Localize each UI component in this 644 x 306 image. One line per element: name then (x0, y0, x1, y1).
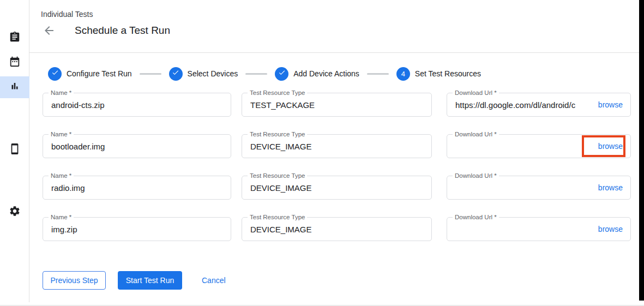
step-label: Set Test Resources (415, 69, 481, 78)
smartphone-icon (9, 143, 21, 157)
right-edge-bar (639, 0, 644, 301)
download-url-field[interactable]: Download Url * browse (447, 217, 631, 241)
field-value: DEVICE_IMAGE (250, 183, 312, 193)
name-field[interactable]: Name * img.zip (43, 217, 231, 241)
gear-icon (9, 205, 21, 219)
name-field[interactable]: Name * android-cts.zip (43, 93, 231, 117)
check-icon (278, 69, 286, 79)
resource-row: Name * android-cts.zip Test Resource Typ… (43, 93, 631, 117)
breadcrumb: Individual Tests (41, 10, 93, 19)
cancel-button[interactable]: Cancel (202, 276, 226, 285)
step-configure-test-run[interactable]: Configure Test Run (48, 67, 132, 81)
field-value: DEVICE_IMAGE (250, 225, 312, 234)
sidebar (0, 0, 29, 302)
browse-link[interactable]: browse (598, 142, 623, 151)
start-test-run-button[interactable]: Start Test Run (118, 271, 182, 290)
field-value: img.zip (51, 225, 77, 234)
field-value: radio.img (51, 183, 85, 193)
page-title: Schedule a Test Run (75, 25, 170, 37)
step-completed-circle (275, 67, 288, 81)
stepper: Configure Test Run Select Devices Add De… (48, 67, 481, 81)
back-button[interactable] (43, 24, 57, 38)
bar-chart-icon (9, 80, 21, 94)
download-url-field[interactable]: Download Url * browse (447, 134, 631, 158)
app-window: Individual Tests Schedule a Test Run Con… (0, 0, 644, 306)
field-label: Download Url * (453, 131, 499, 137)
name-field[interactable]: Name * bootloader.img (43, 134, 231, 158)
field-label: Test Resource Type (248, 214, 307, 220)
header-divider (29, 52, 639, 53)
download-url-field[interactable]: Download Url * https://dl.google.com/dl/… (447, 93, 631, 117)
resource-row: Name * img.zip Test Resource Type DEVICE… (43, 217, 631, 241)
check-icon (172, 69, 179, 79)
browse-link[interactable]: browse (598, 183, 623, 192)
field-value: bootloader.img (51, 142, 105, 151)
sidebar-item-settings[interactable] (0, 201, 29, 223)
browse-link[interactable]: browse (598, 225, 623, 233)
resource-type-field[interactable]: Test Resource Type DEVICE_IMAGE (242, 217, 432, 241)
resource-type-field[interactable]: Test Resource Type DEVICE_IMAGE (242, 176, 432, 200)
check-icon (51, 69, 59, 79)
main-content: Individual Tests Schedule a Test Run Con… (29, 0, 644, 306)
resource-type-field[interactable]: Test Resource Type TEST_PACKAGE (242, 93, 432, 117)
resource-row: Name * bootloader.img Test Resource Type… (43, 134, 631, 158)
step-label: Select Devices (188, 69, 238, 78)
previous-step-button[interactable]: Previous Step (43, 271, 106, 290)
resource-type-field[interactable]: Test Resource Type DEVICE_IMAGE (242, 134, 432, 158)
step-label: Add Device Actions (293, 69, 359, 78)
step-select-devices[interactable]: Select Devices (169, 67, 238, 81)
resource-row: Name * radio.img Test Resource Type DEVI… (43, 176, 631, 200)
step-completed-circle (48, 67, 62, 81)
sidebar-item-test-runs[interactable] (0, 76, 29, 98)
action-bar: Previous Step Start Test Run Cancel (43, 271, 226, 290)
step-connector (367, 73, 389, 75)
field-value: android-cts.zip (51, 100, 105, 110)
sidebar-item-devices[interactable] (0, 139, 29, 161)
field-value: TEST_PACKAGE (250, 100, 315, 110)
step-connector (245, 73, 267, 75)
field-label: Name * (49, 214, 74, 220)
step-current-circle: 4 (396, 67, 410, 81)
calendar-icon (9, 56, 21, 70)
test-resources-form: Name * android-cts.zip Test Resource Typ… (43, 93, 631, 259)
step-completed-circle (169, 67, 183, 81)
step-add-device-actions[interactable]: Add Device Actions (275, 67, 359, 81)
field-label: Name * (49, 172, 74, 179)
step-set-test-resources[interactable]: 4 Set Test Resources (396, 67, 481, 81)
field-label: Test Resource Type (248, 131, 307, 137)
step-connector (140, 73, 161, 75)
sidebar-item-test-suites[interactable] (0, 27, 29, 49)
field-label: Test Resource Type (248, 89, 307, 96)
field-value: DEVICE_IMAGE (250, 142, 312, 151)
field-label: Test Resource Type (248, 172, 307, 179)
field-label: Name * (49, 89, 74, 96)
step-number: 4 (401, 70, 405, 78)
field-value: https://dl.google.com/dl/android/c (455, 100, 575, 110)
download-url-field[interactable]: Download Url * browse (447, 176, 631, 200)
field-label: Download Url * (453, 172, 499, 179)
clipboard-icon (9, 31, 21, 45)
sidebar-item-test-plans[interactable] (0, 52, 29, 74)
browse-link[interactable]: browse (598, 100, 623, 109)
arrow-back-icon (43, 29, 56, 39)
field-label: Download Url * (453, 214, 499, 220)
step-label: Configure Test Run (67, 69, 132, 78)
name-field[interactable]: Name * radio.img (43, 176, 231, 200)
field-label: Download Url * (453, 89, 499, 96)
field-label: Name * (49, 131, 74, 137)
